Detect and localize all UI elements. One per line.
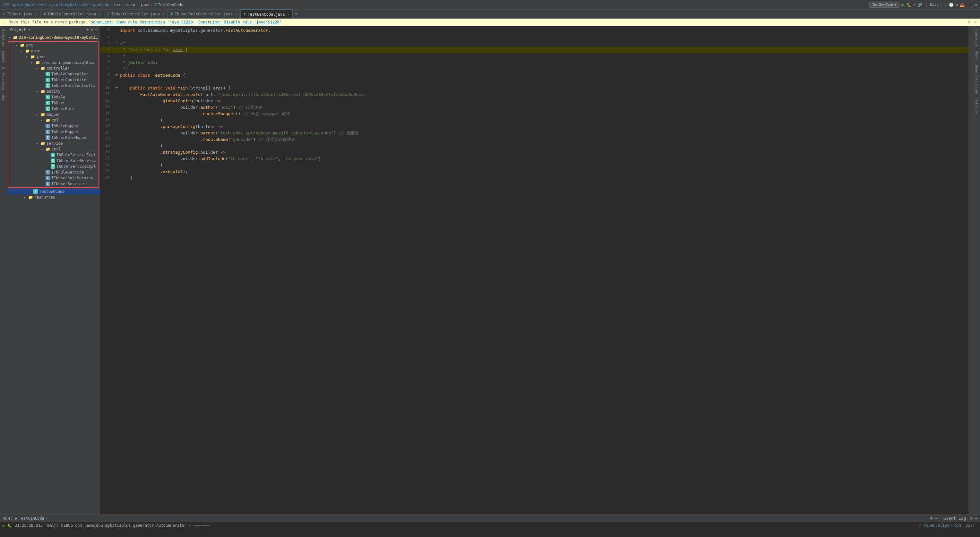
git-check-1[interactable]: ✓ xyxy=(940,3,943,7)
sidebar-maven[interactable]: Maven xyxy=(974,49,979,62)
code-line-19: 19 ) xyxy=(100,143,969,149)
panel-close-icon[interactable]: — xyxy=(95,27,97,32)
class-icon-TbRoleServiceImpl: C xyxy=(51,153,55,157)
code-line-12: 12 .globalConfig(builder -> xyxy=(100,98,969,104)
tab-close-tb-user-controller[interactable]: ✕ xyxy=(162,12,164,16)
code-line-2: 2 xyxy=(100,34,969,40)
tab-tb-role-controller[interactable]: C TbRoleController.java ✕ xyxy=(40,10,104,18)
tab-close-test-gen-code[interactable]: ✕ xyxy=(287,13,289,16)
interface-icon-ITbUserService: I xyxy=(46,181,50,186)
class-icon-TbRole: C xyxy=(46,95,50,99)
tree-item-service[interactable]: ▾ 📁 service xyxy=(9,140,97,146)
tree-item-TbUserMapper[interactable]: I TbUserMapper xyxy=(9,129,97,135)
tab-test-gen-code[interactable]: C TestGenCode.java ✕ xyxy=(241,10,293,18)
tree-item-xml[interactable]: ▸ 📁 xml xyxy=(9,118,97,123)
tree-item-TbUserRoleServiceImpl[interactable]: C TbUserRoleServiceImpl xyxy=(9,158,97,164)
breadcrumb-item-4[interactable]: java xyxy=(140,3,150,7)
window-close[interactable]: ✕ xyxy=(975,3,977,7)
tree-item-TbRoleController[interactable]: C TbRoleController xyxy=(9,71,97,77)
event-log-label[interactable]: Event Log xyxy=(943,516,966,521)
coverage-button[interactable]: 🔗 xyxy=(918,3,922,7)
breadcrumb-item-2[interactable]: src xyxy=(114,3,121,7)
main-content: Structure Commit 2: Favorites Web Projec… xyxy=(0,26,980,515)
tree-item-ITbUserService[interactable]: I ITbUserService xyxy=(9,181,97,187)
sidebar-favorites[interactable]: 2: Favorites xyxy=(1,65,6,92)
folder-icon-src: 📁 xyxy=(20,43,25,48)
sidebar-web[interactable]: Web xyxy=(1,93,6,103)
warning-gear-icon[interactable]: ⚙ xyxy=(968,20,970,24)
breadcrumb-item-3[interactable]: main xyxy=(126,3,135,7)
tree-item-TbUserServiceImpl[interactable]: C TbUserServiceImpl xyxy=(9,164,97,169)
tree-item-TbUserRoleMapper[interactable]: I TbUserRoleMapper xyxy=(9,135,97,140)
sonarlint-link-1[interactable]: SonarLint: Show rule description 'java:S… xyxy=(91,20,195,24)
sidebar-classlist[interactable]: Classlist xyxy=(974,27,979,48)
tree-item-pdai-pkg[interactable]: ▾ 📁 pdai.springboot.mysql8.mybatisplus.a… xyxy=(9,60,97,65)
tree-item-TbRoleServiceImpl[interactable]: C TbRoleServiceImpl xyxy=(9,152,97,158)
tab-tb-user-controller[interactable]: C TbUserController.java ✕ xyxy=(104,10,168,18)
panel-header-actions: ⊕ ⚙ — xyxy=(86,27,97,32)
tab-overflow[interactable]: ▾ xyxy=(293,11,299,16)
run-indicator-bottom: ▶ xyxy=(3,523,5,528)
tab-close-tb-user-role-controller[interactable]: ✕ xyxy=(235,12,237,16)
locate-icon[interactable]: ⊕ xyxy=(86,27,89,32)
bottom-toolbar: Run: ▶ TestGenCode ✕ ⚙ — Event Log ⚙ — xyxy=(0,515,980,522)
window-maximize[interactable]: □ xyxy=(971,3,973,7)
bottom-gear-icon[interactable]: ⚙ xyxy=(930,516,932,521)
tree-item-entity[interactable]: ▾ 📁 entity xyxy=(9,89,97,94)
tree-item-TbUserController[interactable]: C TbUserController xyxy=(9,77,97,83)
breadcrumb-item-5[interactable]: TestGenCode xyxy=(158,3,183,7)
debug-button[interactable]: 🐛 xyxy=(907,3,911,7)
profile-button[interactable]: ⚡ xyxy=(913,3,915,7)
file-tree-panel: Project ▾ ⊕ ⚙ — ▾ 📁 226-springboot-demo-… xyxy=(7,26,100,515)
sidebar-database[interactable]: Database xyxy=(974,97,979,116)
git-check-2[interactable]: ✓ xyxy=(945,3,947,7)
tree-item-ITbUserRoleService[interactable]: I ITbUserRoleService xyxy=(9,175,97,181)
run-tab-close-icon[interactable]: ✕ xyxy=(46,516,48,520)
settings-icon[interactable]: ⚙ xyxy=(91,27,93,32)
sidebar-structure[interactable]: Structure xyxy=(1,27,6,48)
git-clock[interactable]: 🕐 xyxy=(949,3,954,7)
run-tab[interactable]: ▶ TestGenCode ✕ xyxy=(15,516,48,521)
tree-item-TestGenCode[interactable]: C TestGenCode xyxy=(7,189,100,194)
git-undo[interactable]: ↺ xyxy=(956,3,958,7)
tree-item-TbRoleMapper[interactable]: I TbRoleMapper xyxy=(9,123,97,129)
tab-close-tb-user[interactable]: ✕ xyxy=(35,12,37,16)
tree-item-main[interactable]: ▾ 📁 main xyxy=(9,48,97,54)
tree-item-ITbRoleService[interactable]: I ITbRoleService xyxy=(9,169,97,175)
event-log-gear-icon[interactable]: ⚙ xyxy=(970,516,972,521)
tree-item-TbUserRole[interactable]: C TbUserRole xyxy=(9,106,97,112)
window-minimize[interactable]: — xyxy=(967,3,969,7)
more-actions[interactable]: ⋮ xyxy=(924,3,928,7)
code-line-6: 6 * @author pdai xyxy=(100,59,969,66)
code-line-7: 7 */ xyxy=(100,66,969,72)
warning-close-icon[interactable]: ✕ xyxy=(975,20,977,24)
class-icon-TbUserRole: C xyxy=(46,106,50,111)
tree-item-TbUserRoleController[interactable]: C TbUserRoleController xyxy=(9,83,97,89)
sonarlint-link-2[interactable]: SonarLint: Disable rule 'java:S1220' xyxy=(198,20,282,24)
git-share[interactable]: 📤 xyxy=(960,3,965,7)
folder-icon-controller: 📁 xyxy=(40,66,45,71)
bottom-log-content: ▶ 🐛 21:25:28.813 [main] DEBUG com.baomid… xyxy=(0,522,980,537)
scroll-minimap[interactable] xyxy=(969,26,973,515)
tree-item-TbUser[interactable]: C TbUser xyxy=(9,100,97,106)
sidebar-bean-validation[interactable]: Bean Validation xyxy=(974,63,979,96)
tree-item-resources[interactable]: ▸ 📁 resources xyxy=(7,194,100,200)
sidebar-commit[interactable]: Commit xyxy=(1,49,6,65)
bottom-minimize-icon[interactable]: — xyxy=(935,516,938,521)
tree-item-java[interactable]: ▾ 📁 java xyxy=(9,54,97,60)
run-config-selector[interactable]: TestGenCode ▾ xyxy=(869,2,899,8)
run-button[interactable]: ▶ xyxy=(901,2,905,8)
tree-item-mapper[interactable]: ▾ 📁 mapper xyxy=(9,112,97,118)
tree-item-root[interactable]: ▾ 📁 226-springboot-demo-mysql8-mybatispl… xyxy=(7,35,100,40)
breadcrumb-item-1[interactable]: 226-springboot-demo-mysql8-mybatisplus-g… xyxy=(3,3,109,7)
code-editor[interactable]: 1 import com.baomidou.mybatisplus.genera… xyxy=(100,26,969,515)
tab-tb-user-role-controller[interactable]: C TbUserRoleController.java ✕ xyxy=(168,10,241,18)
tree-item-impl[interactable]: ▾ 📁 impl xyxy=(9,146,97,152)
tree-item-controller[interactable]: ▾ 📁 controller xyxy=(9,65,97,71)
tab-close-tb-role-controller[interactable]: ✕ xyxy=(99,12,100,16)
tree-item-TbRole[interactable]: C TbRole xyxy=(9,94,97,100)
tab-tb-user[interactable]: C TbUser.java ✕ xyxy=(0,10,40,18)
event-log-close-icon[interactable]: — xyxy=(975,516,977,521)
warning-icon: ⚠ xyxy=(3,20,5,24)
tree-item-src[interactable]: ▾ 📁 src xyxy=(9,42,97,48)
